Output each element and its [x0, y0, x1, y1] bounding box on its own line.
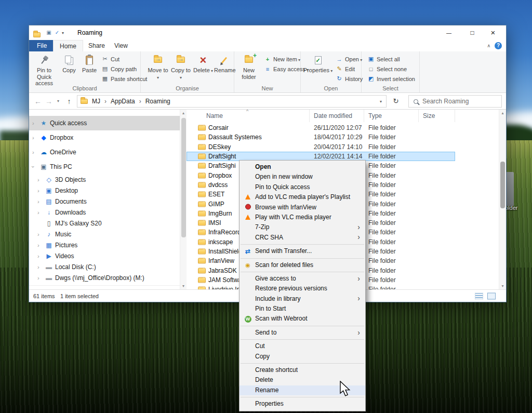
scroll-down-icon[interactable]: ▾	[499, 284, 506, 288]
sidebar-item[interactable]: Documents	[29, 196, 180, 207]
select-none-button[interactable]: Select none	[367, 64, 407, 73]
rename-button[interactable]: Rename	[214, 53, 234, 74]
file-row[interactable]: DESkey 20/04/2017 14:10 File folder	[187, 142, 455, 152]
chevron-icon[interactable]	[32, 149, 34, 155]
tab-share[interactable]: Share	[82, 40, 111, 51]
context-menu-item[interactable]: Create shortcut	[240, 365, 365, 375]
context-menu-item[interactable]: Properties	[240, 399, 365, 409]
chevron-icon[interactable]	[37, 188, 39, 194]
ribbon-collapse-icon[interactable]	[487, 43, 490, 48]
chevron-icon[interactable]	[37, 264, 39, 270]
chevron-icon[interactable]	[32, 164, 34, 170]
chevron-icon[interactable]	[37, 198, 39, 205]
context-menu-item[interactable]: Browse with IrfanView	[240, 203, 365, 212]
refresh-icon[interactable]	[390, 95, 402, 108]
chevron-icon[interactable]	[37, 253, 39, 259]
context-menu-item[interactable]: Send with Transfer...	[240, 246, 365, 256]
list-scrollbar[interactable]: ▴ ▾	[499, 110, 506, 289]
context-menu-item[interactable]: Restore previous versions	[240, 284, 365, 294]
column-header-date-modified[interactable]: Date modified	[310, 110, 364, 122]
sidebar-item[interactable]: Videos	[29, 250, 180, 261]
close-button[interactable]	[484, 25, 502, 40]
breadcrumb-dropdown-caret[interactable]	[380, 99, 382, 104]
move-to-button[interactable]: → Move to	[147, 53, 169, 80]
invert-selection-button[interactable]: Invert selection	[367, 74, 415, 83]
help-icon[interactable]	[495, 42, 502, 49]
breadcrumb-item[interactable]: Roaming	[145, 96, 170, 107]
sidebar-item[interactable]: Pictures	[29, 239, 180, 250]
context-menu-item[interactable]: Play with VLC media player	[240, 212, 365, 222]
context-menu-item[interactable]: Open in new window	[240, 172, 365, 182]
column-header-type[interactable]: Type	[364, 110, 419, 122]
sidebar-item[interactable]: Downloads	[29, 207, 180, 218]
qat-new-folder-icon[interactable]	[54, 30, 60, 36]
paste-shortcut-button[interactable]: Paste shortcut	[101, 74, 147, 83]
scroll-up-icon[interactable]: ▴	[180, 111, 187, 115]
chevron-icon[interactable]	[32, 120, 34, 126]
breadcrumb-item[interactable]: MJ	[92, 96, 111, 107]
qat-customize-caret[interactable]	[62, 31, 64, 35]
sidebar-item[interactable]: Dropbox	[29, 130, 180, 145]
sidebar-item[interactable]: Local Disk (C:)	[29, 261, 180, 272]
back-button[interactable]	[32, 93, 44, 110]
tab-home[interactable]: Home	[53, 40, 83, 51]
properties-button[interactable]: Properties	[303, 53, 333, 74]
tab-view[interactable]: View	[108, 40, 134, 51]
scrollbar-thumb[interactable]	[500, 162, 505, 208]
context-menu-item[interactable]: Add to VLC media player's Playlist	[240, 192, 365, 202]
recent-locations-caret[interactable]	[54, 93, 62, 110]
thumbnail-view-icon[interactable]	[487, 292, 496, 299]
chevron-icon[interactable]	[37, 242, 39, 248]
pin-to-quick-access-button[interactable]: Pin to Quick access	[30, 53, 58, 87]
details-view-icon[interactable]	[475, 292, 483, 299]
history-button[interactable]: History	[335, 74, 363, 83]
context-menu-item[interactable]: CRC SHA	[240, 233, 365, 243]
edit-button[interactable]: Edit	[335, 64, 355, 73]
sidebar-item[interactable]: Music	[29, 229, 180, 239]
context-menu-item[interactable]: 7-Zip	[240, 222, 365, 232]
chevron-icon[interactable]	[37, 177, 39, 183]
minimize-button[interactable]	[440, 25, 458, 40]
copy-to-button[interactable]: → Copy to	[170, 53, 192, 80]
up-button[interactable]	[63, 93, 75, 110]
sidebar-item[interactable]: Quick access	[29, 116, 180, 130]
tab-file[interactable]: File	[29, 40, 55, 51]
context-menu-item[interactable]: Open	[240, 162, 365, 172]
sidebar-item[interactable]: Network	[29, 285, 180, 289]
maximize-button[interactable]	[463, 25, 481, 40]
chevron-icon[interactable]	[37, 275, 39, 281]
chevron-icon[interactable]	[37, 231, 39, 237]
context-menu-item[interactable]: Copy	[240, 352, 365, 362]
sidebar-item[interactable]: This PC	[29, 159, 180, 174]
sidebar-item[interactable]: Dwgs (\\mj_Office\Dropbox) (M:)	[29, 272, 180, 283]
paste-button[interactable]: Paste	[79, 53, 99, 74]
scrollbar-thumb[interactable]	[181, 118, 186, 237]
title-bar[interactable]: Roaming	[29, 25, 506, 40]
open-button[interactable]: Open	[335, 55, 362, 63]
chevron-icon[interactable]	[32, 135, 34, 141]
column-header-size[interactable]: Size	[419, 110, 455, 122]
context-menu-item[interactable]: Cut	[240, 341, 365, 351]
sidebar-item[interactable]: MJ's Galaxy S20	[29, 218, 180, 229]
forward-button[interactable]	[44, 93, 54, 110]
copy-path-button[interactable]: Copy path	[101, 64, 137, 73]
breadcrumb-item[interactable]: AppData	[111, 96, 145, 107]
context-menu-item[interactable]: Scan with Webroot	[240, 314, 365, 324]
context-menu-item[interactable]: Include in library	[240, 294, 365, 304]
breadcrumb[interactable]: MJAppDataRoaming	[77, 95, 387, 108]
context-menu-item[interactable]: Scan for deleted files	[240, 260, 365, 270]
context-menu-item[interactable]: Send to	[240, 328, 365, 338]
select-all-button[interactable]: Select all	[367, 55, 400, 63]
new-item-button[interactable]: New item	[263, 55, 300, 63]
scroll-down-icon[interactable]: ▾	[180, 284, 187, 288]
delete-button[interactable]: Delete	[193, 53, 214, 74]
scroll-up-icon[interactable]: ▴	[499, 111, 506, 115]
sidebar-item[interactable]: OneDrive	[29, 145, 180, 159]
cut-button[interactable]: Cut	[101, 55, 119, 63]
context-menu-item[interactable]: Give access to	[240, 274, 365, 284]
context-menu-item[interactable]: Pin to Start	[240, 304, 365, 314]
chevron-icon[interactable]	[37, 209, 39, 216]
file-row[interactable]: Corsair 26/11/2020 12:07 File folder	[187, 123, 455, 132]
sidebar-item[interactable]: 3D Objects	[29, 174, 180, 185]
copy-button[interactable]: Copy	[59, 53, 79, 74]
